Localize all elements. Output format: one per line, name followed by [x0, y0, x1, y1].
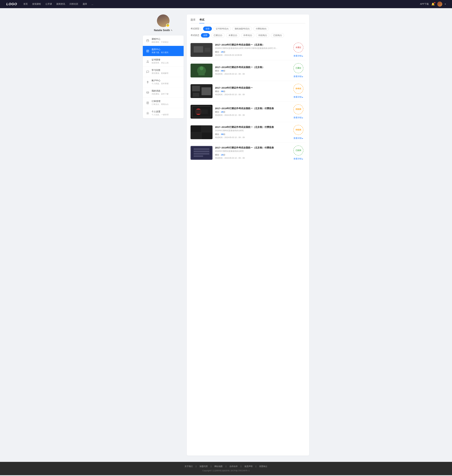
sidebar-item-settings[interactable]: 个人设置 个人信息、一键管理: [143, 108, 184, 118]
exam-thumbnail-2: [191, 84, 213, 98]
svg-point-12: [200, 67, 203, 70]
exam-detail-link-5[interactable]: 查看详情 ▸: [293, 157, 303, 160]
main-content: 题库 考试 考试类型： 全部 证书类考试(4) 随机抽题考试(5) 付费批卷(6…: [187, 14, 309, 456]
nav-discover[interactable]: 发现课程: [32, 3, 41, 6]
filter-status-pending[interactable]: 待考试(2): [241, 33, 254, 38]
nav-qa[interactable]: 问答社区: [70, 3, 78, 6]
sidebar-account-text: 账户中心 个人权益、实时掌握: [152, 79, 180, 85]
filter-type-paid[interactable]: 付费批卷(6): [253, 27, 269, 31]
sidebar-item-questionbank[interactable]: 题库中心 海量习题、助力通关: [143, 46, 184, 56]
footer: 关于我们 | 加盟代理 | 网站地图 | 合作伙伴 | 免责声明 | 招贤纳士 …: [0, 462, 452, 475]
footer-sitemap[interactable]: 网站地图: [214, 465, 223, 468]
sidebar-course-label: 课程中心: [152, 38, 180, 41]
exam-status-stamp-0: 未通过: [293, 43, 303, 53]
svg-rect-33: [194, 153, 209, 155]
svg-rect-0: [146, 40, 149, 42]
exam-score-1: 得分：99分: [215, 69, 289, 72]
filter-status-passed[interactable]: 已通过(2): [211, 33, 225, 38]
exam-title-2: 2017–2018年行测证件考试全国统一: [215, 86, 289, 89]
svg-rect-13: [198, 72, 205, 75]
sidebar-cert-sub: 收获荣誉、持证上岗: [152, 61, 180, 64]
main-layout: 🏅 Natalie Smith ✎ 课程中心 精彩课程、不容错过: [140, 8, 312, 462]
exam-detail-link-2[interactable]: 查看详情 ▸: [293, 96, 303, 98]
sidebar-item-account[interactable]: 账户中心 个人权益、实时掌握: [143, 77, 184, 87]
exam-detail-link-1[interactable]: 查看详情 ▸: [293, 75, 303, 78]
nav-home[interactable]: 首页: [23, 3, 28, 6]
exam-info-0: 2017–2018年行测证件考试全国统一（北京卷） 2018年行测考试是最值得多…: [215, 43, 289, 57]
exam-list: 2017–2018年行测证件考试全国统一（北京卷） 2018年行测考试是最值得多…: [191, 40, 306, 163]
sidebar-cert-label: 证书荣誉: [152, 58, 180, 61]
nav-questionbank[interactable]: 题库: [83, 3, 87, 6]
exam-thumbnail-5: [191, 146, 213, 160]
svg-rect-24: [201, 125, 213, 132]
exam-detail-link-3[interactable]: 查看详情 ▸: [293, 116, 303, 119]
gear-icon: [146, 112, 149, 115]
nav-news[interactable]: 新闻资讯: [56, 3, 65, 6]
tab-questionbank[interactable]: 题库: [191, 18, 196, 23]
svg-rect-17: [193, 93, 199, 97]
exam-status-label: 考试状态: [191, 34, 199, 37]
user-dropdown-icon[interactable]: ▾: [445, 3, 446, 5]
edit-profile-icon[interactable]: ✎: [171, 29, 173, 32]
footer-partner[interactable]: 合作伙伴: [229, 465, 238, 468]
navbar-right: APP下载 🔔 ▾: [420, 2, 446, 7]
filter-status-all[interactable]: 全部: [201, 33, 210, 38]
exam-info-3: 2017–2018年行测证件考试全国统一（北京卷）付费批卷 得分：25分 考试时…: [215, 107, 289, 116]
sidebar-qa-label: 学习问答: [152, 69, 180, 72]
filter-status-failed[interactable]: 未通过(2): [226, 33, 239, 38]
exam-action-2: 待考试 查看详情 ▸: [291, 84, 306, 98]
sidebar-settings-text: 个人设置 个人信息、一键管理: [152, 110, 180, 116]
list-icon: [146, 49, 149, 53]
nav-more[interactable]: ...: [92, 3, 93, 5]
exam-type-label: 考试类型：: [191, 27, 201, 30]
svg-rect-16: [201, 87, 211, 95]
app-download[interactable]: APP下载: [420, 3, 429, 6]
svg-rect-8: [205, 48, 210, 52]
table-row: 2017–2018年行测证件考试全国统一 得分：99分 考试时间：2019-05…: [191, 81, 306, 102]
sidebar-item-cert[interactable]: 证书荣誉 收获荣誉、持证上岗: [143, 56, 184, 67]
footer-about[interactable]: 关于我们: [185, 465, 193, 468]
filter-status-reviewed[interactable]: 已批阅(2): [271, 33, 284, 38]
exam-desc-5: 2018年行测考试是最值得多去研究: [215, 150, 278, 153]
sidebar-qa-text: 学习问答 课后重温、疑难解答: [152, 69, 180, 75]
table-row: 2017–2018年行测证件考试全国统一（北京卷） 2018年行测考试是最值得多…: [191, 40, 306, 60]
exam-info-1: 2017–2018年行测证件考试全国统一（北京卷） 得分：99分 考试时间：20…: [215, 66, 289, 75]
exam-score-2: 得分：99分: [215, 90, 289, 93]
sidebar-message-text: 我的消息 消息通知、及时了解: [152, 89, 180, 95]
exam-thumbnail-3: [191, 105, 213, 119]
sidebar-item-qa[interactable]: 学习问答 课后重温、疑难解答: [143, 67, 184, 77]
exam-detail-link-4[interactable]: 查看详情 ▸: [293, 137, 303, 140]
award-icon: [146, 60, 149, 63]
sidebar-qb-text: 题库中心 海量习题、助力通关: [152, 48, 180, 54]
sidebar-qb-sub: 海量习题、助力通关: [152, 51, 180, 54]
filter-type-all[interactable]: 全部: [203, 27, 212, 31]
filter-type-cert[interactable]: 证书类考试(4): [213, 27, 231, 31]
exam-title-4: 2017–2018年行测证件考试全国统一（北京卷）付费批卷: [215, 126, 289, 129]
nav-opencourse[interactable]: 公开课: [45, 3, 52, 6]
exam-time-4: 考试时间：2019-05-03 10：09：09: [215, 136, 289, 139]
sidebar-profile: 🏅 Natalie Smith ✎: [154, 14, 173, 32]
exam-detail-link-0[interactable]: 查看详情 ▸: [293, 54, 303, 57]
notification-dot: [434, 2, 435, 3]
notification-bell[interactable]: 🔔: [431, 2, 435, 6]
filter-status-review[interactable]: 待批阅(2): [256, 33, 269, 38]
sidebar-item-order[interactable]: 订单管理 订单支出、明明白白: [143, 98, 184, 108]
sidebar-account-sub: 个人权益、实时掌握: [152, 82, 180, 85]
sidebar-settings-label: 个人设置: [152, 110, 180, 113]
sidebar-item-course[interactable]: 课程中心 精彩课程、不容错过: [143, 35, 184, 46]
svg-rect-9: [193, 53, 210, 54]
tab-exam[interactable]: 考试: [199, 18, 204, 23]
sidebar-item-message[interactable]: 我的消息 消息通知、及时了解: [143, 87, 184, 98]
footer-franchise[interactable]: 加盟代理: [199, 465, 208, 468]
footer-disclaimer[interactable]: 免责声明: [244, 465, 253, 468]
sidebar: 🏅 Natalie Smith ✎ 课程中心 精彩课程、不容错过: [143, 14, 184, 456]
exam-desc-0: 2018年行测考试是最值得多去研究 2018年行测考试是最值得多去研究 2018…: [215, 47, 278, 50]
sidebar-settings-sub: 个人信息、一键管理: [152, 113, 180, 116]
chat-icon: [146, 70, 149, 74]
footer-join[interactable]: 招贤纳士: [259, 465, 267, 468]
svg-rect-32: [194, 151, 209, 152]
exam-desc-4: 2018年行测考试是最值得多去研究: [215, 129, 278, 132]
user-avatar[interactable]: [437, 2, 442, 7]
sidebar-message-sub: 消息通知、及时了解: [152, 93, 180, 95]
filter-type-random[interactable]: 随机抽题考试(5): [233, 27, 252, 31]
